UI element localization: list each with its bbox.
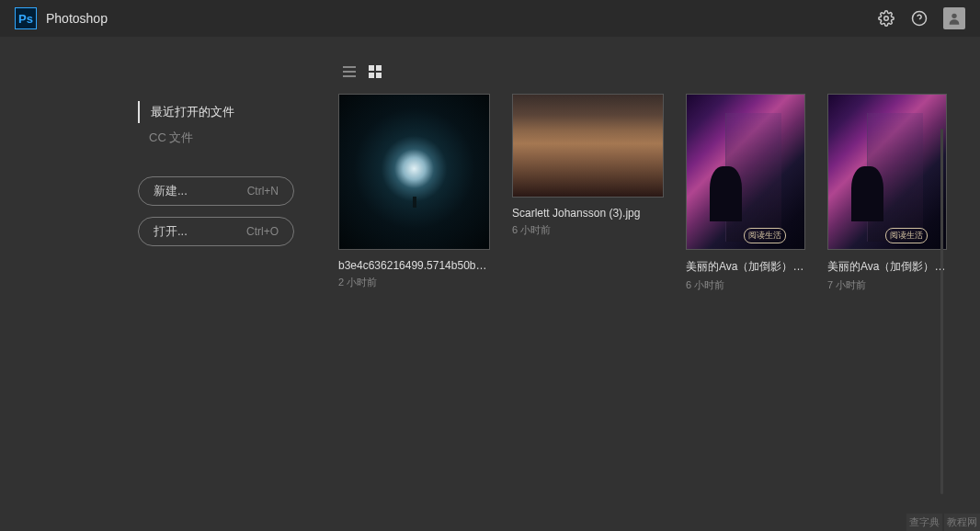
- file-grid: b3e4c636216499.5714b50b9... 2 小时前 Scarle…: [338, 94, 962, 292]
- sidebar-buttons: 新建... Ctrl+N 打开... Ctrl+O: [138, 176, 313, 246]
- thumbnail-badge: 阅读生活: [885, 228, 928, 243]
- header-left: Ps Photoshop: [15, 7, 108, 29]
- svg-rect-10: [376, 73, 382, 78]
- file-time: 6 小时前: [686, 278, 805, 292]
- tab-recent-files[interactable]: 最近打开的文件: [138, 101, 313, 123]
- watermark-text-2: 教程网: [944, 514, 980, 531]
- file-name: b3e4c636216499.5714b50b9...: [338, 259, 490, 272]
- content-area: b3e4c636216499.5714b50b9... 2 小时前 Scarle…: [331, 37, 980, 531]
- file-thumbnail: [512, 94, 664, 198]
- svg-rect-4: [343, 66, 356, 68]
- photoshop-logo: Ps: [15, 7, 37, 29]
- watermark-text-1: 查字典: [906, 514, 942, 531]
- new-button-label: 新建...: [154, 183, 188, 199]
- new-button[interactable]: 新建... Ctrl+N: [138, 176, 294, 206]
- svg-rect-5: [343, 71, 356, 73]
- svg-rect-9: [369, 73, 374, 78]
- grid-view-icon[interactable]: [368, 64, 382, 79]
- header-bar: Ps Photoshop: [0, 0, 980, 37]
- file-item[interactable]: 阅读生活 美丽的Ava（加倒影）.psd 7 小时前: [827, 94, 947, 292]
- file-item[interactable]: 阅读生活 美丽的Ava（加倒影）.jpg 6 小时前: [686, 94, 805, 292]
- new-shortcut: Ctrl+N: [247, 185, 279, 198]
- app-title: Photoshop: [46, 11, 108, 26]
- sidebar: 最近打开的文件 CC 文件 新建... Ctrl+N 打开... Ctrl+O: [0, 37, 331, 531]
- header-right: [877, 7, 965, 29]
- open-button-label: 打开...: [154, 223, 188, 240]
- svg-rect-6: [343, 75, 356, 77]
- open-button[interactable]: 打开... Ctrl+O: [138, 217, 294, 246]
- settings-icon[interactable]: [877, 9, 895, 28]
- file-time: 2 小时前: [338, 276, 490, 289]
- file-time: 7 小时前: [827, 278, 947, 292]
- watermark: 查字典 教程网: [906, 514, 980, 531]
- view-toggle: [338, 64, 962, 79]
- svg-point-3: [952, 14, 956, 18]
- tab-cc-files[interactable]: CC 文件: [138, 127, 313, 149]
- file-item[interactable]: b3e4c636216499.5714b50b9... 2 小时前: [338, 94, 490, 292]
- file-time: 6 小时前: [512, 223, 664, 237]
- file-item[interactable]: Scarlett Johansson (3).jpg 6 小时前: [512, 94, 664, 292]
- svg-rect-8: [376, 65, 382, 71]
- thumbnail-badge: 阅读生活: [744, 228, 786, 243]
- file-thumbnail: [338, 94, 490, 250]
- profile-icon[interactable]: [943, 7, 965, 29]
- scrollbar[interactable]: [940, 129, 943, 494]
- file-thumbnail: 阅读生活: [827, 94, 947, 250]
- list-view-icon[interactable]: [342, 64, 357, 79]
- file-thumbnail: 阅读生活: [686, 94, 805, 250]
- file-name: 美丽的Ava（加倒影）.psd: [827, 259, 947, 275]
- help-icon[interactable]: [910, 9, 929, 28]
- file-name: Scarlett Johansson (3).jpg: [512, 207, 664, 220]
- file-name: 美丽的Ava（加倒影）.jpg: [686, 259, 805, 275]
- open-shortcut: Ctrl+O: [246, 225, 279, 238]
- main-area: 最近打开的文件 CC 文件 新建... Ctrl+N 打开... Ctrl+O: [0, 37, 980, 531]
- svg-point-0: [884, 17, 889, 21]
- svg-rect-7: [369, 65, 374, 71]
